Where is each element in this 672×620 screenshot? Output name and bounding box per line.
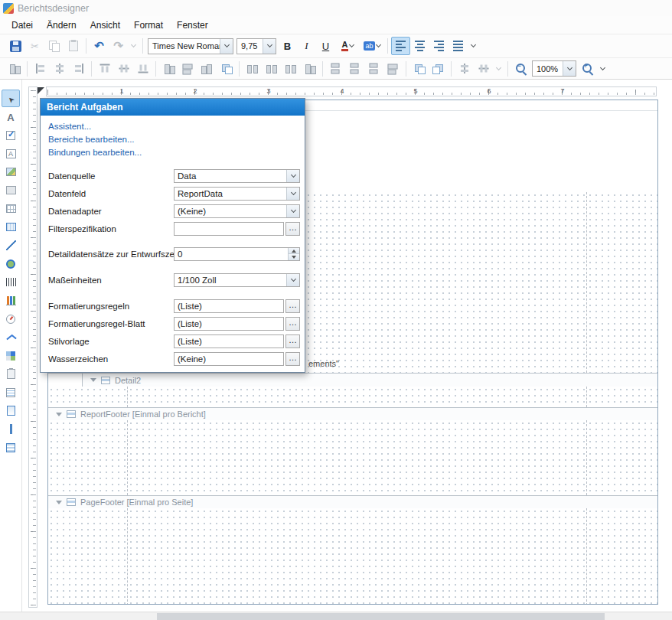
detail2-band-area[interactable] — [48, 387, 657, 407]
align-left-button[interactable] — [391, 37, 410, 55]
ellipsis-button[interactable] — [285, 222, 300, 236]
pointer-tool[interactable] — [2, 90, 20, 107]
center-horizontally-button[interactable] — [409, 60, 429, 78]
formatting-rule-sheet-field[interactable]: (Liste) — [174, 317, 300, 331]
horizontal-scrollbar[interactable] — [0, 612, 672, 620]
sparkline-tool[interactable] — [2, 328, 20, 346]
band-header-reportfooter[interactable]: ReportFooter [Einmal pro Bericht] — [48, 407, 657, 420]
equal-horizontal-spacing-button[interactable] — [243, 60, 262, 78]
pagefooter-band-area[interactable] — [48, 508, 657, 605]
copy-button[interactable] — [44, 37, 64, 55]
label-tool[interactable] — [2, 108, 20, 126]
filter-editor-field[interactable] — [174, 222, 300, 236]
align-center-button[interactable] — [410, 37, 429, 55]
detail-count-spinner[interactable]: 0 — [174, 247, 300, 261]
menu-format[interactable]: Format — [127, 18, 170, 33]
save-button[interactable] — [6, 37, 25, 55]
zoom-in-button[interactable] — [578, 60, 597, 78]
align-to-grid-button[interactable] — [5, 60, 24, 78]
partially-hidden-label[interactable]: ements" — [308, 359, 339, 368]
remove-vertical-spacing-button[interactable] — [383, 60, 403, 78]
align-right-button[interactable] — [429, 37, 449, 55]
italic-button[interactable]: I — [297, 37, 316, 55]
band-header-detail2[interactable]: Detail2 — [82, 374, 657, 387]
align-middles-button[interactable] — [114, 60, 133, 78]
bindungen-bearbeiten-link[interactable]: Bindungen bearbeiten... — [48, 148, 305, 158]
increase-vertical-spacing-button[interactable] — [345, 60, 364, 78]
dropdown-arrow-icon[interactable] — [286, 188, 299, 200]
zoom-options-dropdown[interactable] — [597, 60, 608, 78]
page-info-tool[interactable] — [2, 402, 20, 419]
chart-tool[interactable] — [2, 292, 20, 309]
zoom-out-button[interactable] — [511, 60, 530, 78]
bereiche-bearbeiten-link[interactable]: Bereiche bearbeiten... — [48, 135, 305, 145]
watermark-field[interactable]: (Keine) — [174, 352, 300, 366]
decrease-vertical-spacing-button[interactable] — [364, 60, 383, 78]
menu-fenster[interactable]: Fenster — [170, 18, 215, 33]
menu-aendern[interactable]: Ändern — [40, 18, 83, 33]
richtext-tool[interactable] — [2, 145, 20, 162]
assistent-link[interactable]: Assistent... — [48, 122, 305, 132]
align-centers-button[interactable] — [50, 60, 69, 78]
subreport-tool[interactable] — [2, 365, 20, 383]
bring-to-front-button[interactable] — [455, 60, 474, 78]
collapse-band-icon[interactable] — [90, 378, 96, 382]
dropdown-arrow-icon[interactable] — [286, 274, 299, 286]
barcode-tool[interactable] — [2, 273, 20, 291]
align-bottoms-button[interactable] — [133, 60, 152, 78]
remove-horizontal-spacing-button[interactable] — [300, 60, 319, 78]
spin-down-button[interactable] — [288, 253, 299, 260]
menu-ansicht[interactable]: Ansicht — [83, 18, 127, 33]
align-lefts-button[interactable] — [31, 60, 50, 78]
align-tops-button[interactable] — [95, 60, 114, 78]
paste-button[interactable] — [64, 37, 83, 55]
make-same-size-button[interactable] — [217, 60, 236, 78]
undo-history-dropdown[interactable] — [128, 37, 139, 55]
center-vertically-button[interactable] — [429, 60, 448, 78]
redo-button[interactable] — [109, 37, 128, 55]
alignment-options-dropdown[interactable] — [468, 37, 479, 55]
masseinheiten-combo[interactable]: 1/100 Zoll — [174, 273, 300, 287]
pivotgrid-tool[interactable] — [2, 347, 20, 364]
font-name-combo[interactable]: Times New Roman — [148, 38, 233, 54]
character-comb-tool[interactable] — [2, 218, 20, 236]
send-to-back-button[interactable] — [474, 60, 493, 78]
font-name-dropdown-icon[interactable] — [220, 39, 233, 54]
increase-horizontal-spacing-button[interactable] — [262, 60, 281, 78]
panel-tool[interactable] — [2, 181, 20, 199]
shape-tool[interactable] — [2, 255, 20, 272]
formatting-rules-field[interactable]: (Liste) — [174, 299, 300, 313]
undo-button[interactable] — [90, 37, 109, 55]
scrollbar-thumb[interactable] — [157, 613, 605, 620]
crossband-box-tool[interactable] — [2, 439, 20, 456]
equal-vertical-spacing-button[interactable] — [326, 60, 345, 78]
align-rights-button[interactable] — [69, 60, 88, 78]
spin-up-button[interactable] — [288, 248, 299, 254]
make-same-width-button[interactable] — [159, 60, 178, 78]
table-tool[interactable] — [2, 200, 20, 217]
menu-datei[interactable]: Datei — [5, 18, 40, 33]
checkbox-tool[interactable] — [2, 126, 20, 144]
collapse-band-icon[interactable] — [56, 501, 62, 504]
collapse-band-icon[interactable] — [56, 413, 62, 416]
crossband-line-tool[interactable] — [2, 420, 20, 438]
datenfeld-combo[interactable]: ReportData — [174, 187, 300, 201]
cut-button[interactable] — [25, 37, 44, 55]
ellipsis-button[interactable] — [285, 317, 300, 331]
ellipsis-button[interactable] — [285, 334, 300, 348]
highlight-color-button[interactable]: ab — [360, 37, 384, 55]
ellipsis-button[interactable] — [285, 352, 300, 366]
table-of-contents-tool[interactable] — [2, 383, 20, 401]
zoom-dropdown-icon[interactable] — [563, 61, 576, 76]
dropdown-arrow-icon[interactable] — [286, 170, 299, 182]
decrease-horizontal-spacing-button[interactable] — [281, 60, 300, 78]
ellipsis-button[interactable] — [285, 299, 300, 313]
line-tool[interactable] — [2, 237, 20, 254]
font-color-button[interactable]: A — [335, 37, 360, 55]
datenadapter-combo[interactable]: (Keine) — [174, 204, 300, 218]
zoom-combo[interactable]: 100% — [532, 60, 576, 77]
datenquelle-combo[interactable]: Data — [174, 169, 300, 183]
dropdown-arrow-icon[interactable] — [286, 205, 299, 217]
make-same-height-button[interactable] — [197, 60, 217, 78]
gauge-tool[interactable] — [2, 310, 20, 328]
